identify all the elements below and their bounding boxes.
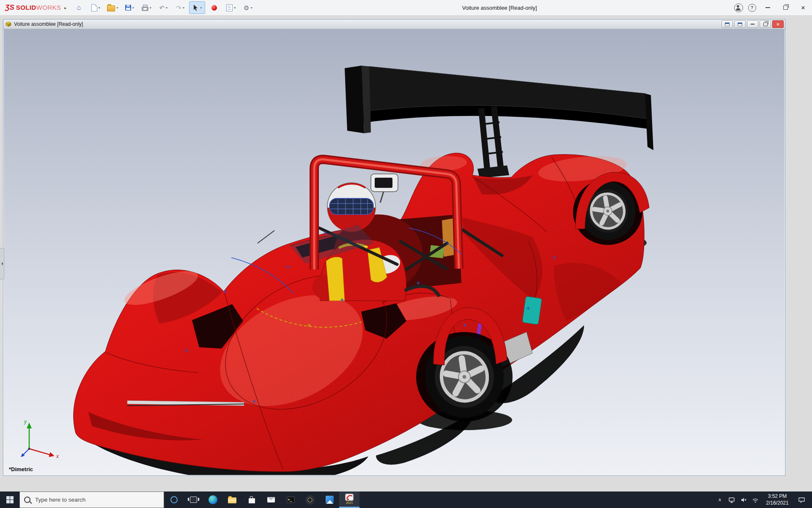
hidden-icons-button[interactable]: ∧: [714, 491, 726, 508]
redo-button[interactable]: ↷ ▾: [172, 1, 188, 14]
taskbar-solidworks-button[interactable]: 2021: [339, 491, 359, 508]
app-close-button[interactable]: ✕: [794, 0, 812, 15]
taskbar-clock[interactable]: 3:52 PM 2/16/2021: [761, 493, 793, 506]
dropdown-caret[interactable]: ▾: [166, 6, 167, 10]
restore-icon: [763, 22, 768, 26]
doc-tile-button-2[interactable]: [734, 20, 746, 28]
document-titlebar[interactable]: Voiture assomblee [Read-only] ✕: [3, 19, 785, 29]
document-properties-icon: [226, 4, 233, 11]
home-icon: ⌂: [77, 4, 81, 11]
document-title: Voiture assomblee [Read-only]: [14, 21, 83, 27]
windows-taskbar: >_ 2021 ∧: [0, 491, 812, 508]
terminal-icon: >_: [287, 497, 295, 503]
clock-date: 2/16/2021: [761, 500, 793, 507]
taskbar-edge-button[interactable]: [203, 491, 222, 508]
home-button[interactable]: ⌂: [71, 1, 87, 14]
select-cursor-icon: [192, 4, 199, 11]
open-button[interactable]: ▾: [104, 1, 121, 14]
taskbar-terminal-button[interactable]: >_: [281, 491, 300, 508]
select-tool-button[interactable]: ▾: [189, 1, 205, 14]
doc-close-button[interactable]: ✕: [772, 20, 784, 28]
x-axis-label: x: [56, 453, 59, 459]
menu-flyout-arrow[interactable]: ▸: [63, 6, 71, 10]
taskbar-media-button[interactable]: [300, 491, 320, 508]
media-player-icon: [306, 496, 314, 504]
help-button[interactable]: ?: [745, 0, 759, 15]
graphics-viewport[interactable]: x y *Dimetric: [4, 29, 785, 475]
options-button[interactable]: ⚙ ▾: [240, 1, 256, 14]
search-input[interactable]: [34, 496, 159, 503]
file-explorer-icon: [228, 497, 236, 503]
dropdown-caret[interactable]: ▾: [234, 6, 236, 10]
windows-logo-icon: [6, 496, 14, 503]
document-window: Voiture assomblee [Read-only] ✕: [3, 19, 785, 476]
network-tray-button[interactable]: [749, 491, 761, 508]
dropdown-caret[interactable]: ▾: [251, 6, 252, 10]
account-button[interactable]: [732, 0, 745, 15]
task-view-button[interactable]: [184, 491, 203, 508]
dassault-logo-mark: ƷS: [5, 3, 14, 12]
help-icon: ?: [748, 4, 756, 12]
taskbar-search-box[interactable]: [19, 491, 164, 508]
undo-button[interactable]: ↶ ▾: [155, 1, 171, 14]
taskbar-store-button[interactable]: [242, 491, 261, 508]
restore-icon: [783, 6, 788, 10]
doc-tile-button-1[interactable]: [721, 20, 733, 28]
cortana-button[interactable]: [164, 491, 184, 508]
taskbar-photos-button[interactable]: [320, 491, 339, 508]
wing-supports: [477, 106, 509, 178]
tile-window-icon: [738, 22, 742, 26]
document-properties-button[interactable]: ▾: [223, 1, 239, 14]
quick-access-toolbar: ⌂ ▾ ▾ ▾ ▾ ↶ ▾ ↷: [71, 1, 256, 14]
xpress-sphere-button[interactable]: [206, 1, 222, 14]
assembly-document-icon: [5, 21, 11, 27]
open-folder-icon: [107, 6, 115, 11]
new-document-icon: [91, 4, 97, 11]
start-button[interactable]: [0, 491, 19, 508]
dropdown-caret[interactable]: ▾: [183, 6, 184, 10]
dropdown-caret[interactable]: ▾: [116, 6, 118, 10]
photos-icon: [326, 496, 334, 504]
doc-minimize-button[interactable]: [747, 20, 758, 28]
app-minimize-button[interactable]: [759, 0, 776, 15]
solidworks-app-icon: [345, 494, 354, 501]
print-icon: [142, 7, 148, 11]
app-client-area: Voiture assomblee [Read-only] ✕: [0, 15, 812, 491]
app-restore-button[interactable]: [776, 0, 794, 15]
titlebar-right-controls: ? ✕: [732, 0, 812, 15]
collapsed-panel-handle[interactable]: [0, 248, 4, 279]
rear-view-mirror[interactable]: [371, 174, 398, 203]
dropdown-caret[interactable]: ▾: [150, 6, 151, 10]
brand-solid: SOLID: [16, 4, 36, 11]
taskbar-mail-button[interactable]: [261, 491, 281, 508]
taskbar-file-explorer-button[interactable]: [222, 491, 242, 508]
volume-tray-button[interactable]: [738, 491, 749, 508]
document-window-buttons: ✕: [720, 20, 784, 28]
display-tray-button[interactable]: [726, 491, 738, 508]
orientation-triad[interactable]: x y: [15, 416, 61, 462]
speaker-icon: [740, 497, 747, 503]
print-button[interactable]: ▾: [138, 1, 154, 14]
new-document-button[interactable]: ▾: [88, 1, 104, 14]
action-center-button[interactable]: [793, 491, 809, 508]
app-titlebar: ƷS SOLID WORKS ▸ ⌂ ▾ ▾ ▾ ▾: [0, 0, 812, 16]
display-icon: [728, 497, 735, 503]
save-button[interactable]: ▾: [121, 1, 137, 14]
mail-icon: [267, 497, 275, 502]
chevron-up-icon: ∧: [718, 497, 721, 502]
user-account-icon: [734, 3, 743, 12]
dropdown-caret[interactable]: ▾: [99, 6, 100, 10]
car-assembly-model[interactable]: [4, 29, 785, 475]
helmet-visor: [329, 199, 373, 215]
app-window-title: Voiture assomblee [Read-only]: [462, 5, 537, 11]
harness-strap: [326, 257, 345, 301]
task-view-icon: [190, 497, 197, 503]
solidworks-version-badge: 2021: [346, 501, 353, 505]
side-window-opening[interactable]: [522, 296, 542, 325]
brand-works: WORKS: [36, 4, 61, 11]
action-center-icon: [798, 497, 805, 503]
dropdown-caret[interactable]: ▾: [132, 6, 134, 10]
close-icon: ✕: [801, 5, 806, 11]
doc-restore-button[interactable]: [760, 20, 771, 28]
dropdown-caret[interactable]: ▾: [200, 6, 202, 10]
